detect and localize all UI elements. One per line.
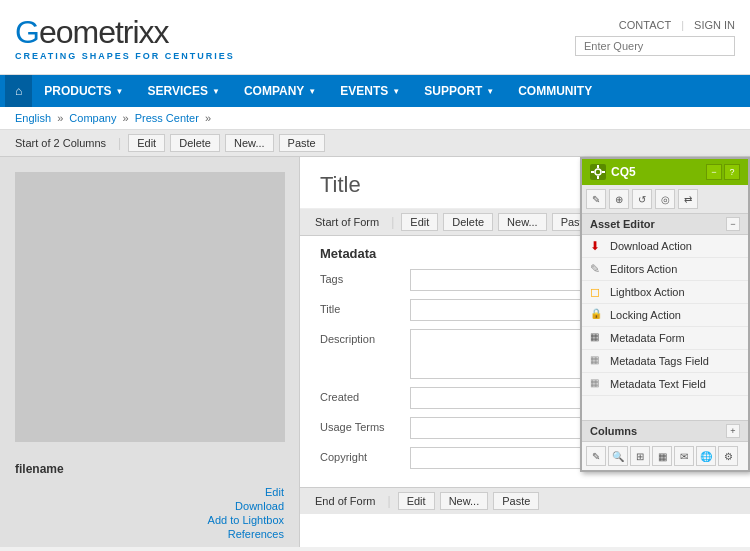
chevron-down-icon: ▼	[116, 87, 124, 96]
list-item[interactable]: ✎ Editors Action	[582, 258, 748, 281]
form-edit-button[interactable]: Edit	[401, 213, 438, 231]
editors-action-icon: ✎	[590, 262, 604, 276]
cq5-items-list: ⬇ Download Action ✎ Editors Action ◻ Lig…	[582, 235, 748, 420]
cq5-toolbar: ✎ ⊕ ↺ ◎ ⇄	[582, 185, 748, 214]
locking-action-icon: 🔒	[590, 308, 604, 322]
header-right: CONTACT | SIGN IN	[575, 19, 735, 56]
nav-community[interactable]: COMMUNITY	[506, 75, 604, 107]
cq5-asset-editor-toggle[interactable]: −	[726, 217, 740, 231]
file-actions: Edit Download Add to Lightbox References	[0, 481, 299, 545]
end-new-button[interactable]: New...	[440, 492, 489, 510]
cq5-asset-editor-header: Asset Editor −	[582, 214, 748, 235]
cq5-bottom-mail-btn[interactable]: ✉	[674, 446, 694, 466]
edit-button[interactable]: Edit	[128, 134, 165, 152]
nav-services[interactable]: SERVICES ▼	[136, 75, 232, 107]
lightbox-action-label: Lightbox Action	[610, 286, 685, 298]
usage-terms-label: Usage Terms	[320, 417, 400, 433]
list-item[interactable]: ▦ Metadata Text Field	[582, 373, 748, 396]
cq5-columns-header: Columns +	[582, 420, 748, 441]
chevron-down-icon: ▼	[308, 87, 316, 96]
metadata-text-icon: ▦	[590, 377, 604, 391]
locking-action-label: Locking Action	[610, 309, 681, 321]
cq5-tool-share[interactable]: ⇄	[678, 189, 698, 209]
cq5-titlebar: CQ5 − ?	[582, 159, 748, 185]
gear-icon	[591, 165, 605, 179]
cq5-bottom-grid-btn[interactable]: ⊞	[630, 446, 650, 466]
svg-point-0	[595, 169, 601, 175]
list-item[interactable]: ▦ Metadata Tags Field	[582, 350, 748, 373]
cq5-minimize-btn[interactable]: −	[706, 164, 722, 180]
cq5-controls: − ?	[706, 164, 740, 180]
description-label: Description	[320, 329, 400, 345]
download-action-icon: ⬇	[590, 239, 604, 253]
new-button[interactable]: New...	[225, 134, 274, 152]
download-action-label: Download Action	[610, 240, 692, 252]
cq5-bottom-settings-btn[interactable]: ⚙	[718, 446, 738, 466]
list-item[interactable]: 🔒 Locking Action	[582, 304, 748, 327]
cq5-bottom-globe-btn[interactable]: 🌐	[696, 446, 716, 466]
metadata-form-icon: ▦	[590, 331, 604, 345]
breadcrumb-english[interactable]: English	[15, 112, 51, 124]
filename-label: filename	[0, 457, 299, 481]
cq5-tool-add[interactable]: ⊕	[609, 189, 629, 209]
nav-support[interactable]: SUPPORT ▼	[412, 75, 506, 107]
cq5-widget: CQ5 − ? ✎ ⊕ ↺ ◎ ⇄ Asset Editor − ⬇ Downl…	[580, 157, 750, 472]
list-item[interactable]: ▦ Metadata Form	[582, 327, 748, 350]
svg-rect-3	[591, 171, 594, 173]
lightbox-action-icon: ◻	[590, 285, 604, 299]
breadcrumb: English » Company » Press Center »	[0, 107, 750, 130]
end-edit-button[interactable]: Edit	[398, 492, 435, 510]
cq5-bottom-edit-btn[interactable]: ✎	[586, 446, 606, 466]
cq5-bottom-toolbar: ✎ 🔍 ⊞ ▦ ✉ 🌐 ⚙	[582, 441, 748, 470]
cq5-help-btn[interactable]: ?	[724, 164, 740, 180]
nav-products[interactable]: PRODUCTS ▼	[32, 75, 135, 107]
image-placeholder	[15, 172, 285, 442]
end-toolbar: End of Form | Edit New... Paste	[300, 487, 750, 514]
metadata-tags-label: Metadata Tags Field	[610, 355, 709, 367]
list-item[interactable]: ⬇ Download Action	[582, 235, 748, 258]
search-input[interactable]	[575, 36, 735, 56]
cq5-tool-edit[interactable]: ✎	[586, 189, 606, 209]
delete-button[interactable]: Delete	[170, 134, 220, 152]
breadcrumb-press-center[interactable]: Press Center	[135, 112, 199, 124]
page-toolbar: Start of 2 Columns | Edit Delete New... …	[0, 130, 750, 157]
end-paste-button[interactable]: Paste	[493, 492, 539, 510]
chevron-down-icon: ▼	[486, 87, 494, 96]
references-link[interactable]: References	[228, 528, 284, 540]
logo: Geometrixx CREATING SHAPES FOR CENTURIES	[15, 14, 235, 61]
svg-rect-4	[602, 171, 605, 173]
nav-bar: ⌂ PRODUCTS ▼ SERVICES ▼ COMPANY ▼ EVENTS…	[0, 75, 750, 107]
signin-link[interactable]: SIGN IN	[694, 19, 735, 31]
created-label: Created	[320, 387, 400, 403]
editors-action-label: Editors Action	[610, 263, 677, 275]
contact-link[interactable]: CONTACT	[619, 19, 671, 31]
metadata-form-label: Metadata Form	[610, 332, 685, 344]
nav-company[interactable]: COMPANY ▼	[232, 75, 328, 107]
edit-link[interactable]: Edit	[265, 486, 284, 498]
cq5-bottom-search-btn[interactable]: 🔍	[608, 446, 628, 466]
cq5-columns-title: Columns	[590, 425, 637, 437]
paste-button[interactable]: Paste	[279, 134, 325, 152]
download-link[interactable]: Download	[235, 500, 284, 512]
cq5-tool-refresh[interactable]: ↺	[632, 189, 652, 209]
left-panel: filename Edit Download Add to Lightbox R…	[0, 157, 300, 547]
form-new-button[interactable]: New...	[498, 213, 547, 231]
cq5-columns-add-btn[interactable]: +	[726, 424, 740, 438]
nav-home[interactable]: ⌂	[5, 75, 32, 107]
list-item[interactable]: ◻ Lightbox Action	[582, 281, 748, 304]
chevron-down-icon: ▼	[392, 87, 400, 96]
breadcrumb-company[interactable]: Company	[69, 112, 116, 124]
chevron-down-icon: ▼	[212, 87, 220, 96]
cq5-title-icon	[590, 164, 606, 180]
nav-events[interactable]: EVENTS ▼	[328, 75, 412, 107]
svg-rect-2	[597, 176, 599, 179]
add-to-lightbox-link[interactable]: Add to Lightbox	[208, 514, 284, 526]
logo-tagline: CREATING SHAPES FOR CENTURIES	[15, 51, 235, 61]
header-links: CONTACT | SIGN IN	[619, 19, 735, 31]
metadata-tags-icon: ▦	[590, 354, 604, 368]
form-delete-button[interactable]: Delete	[443, 213, 493, 231]
cq5-bottom-table-btn[interactable]: ▦	[652, 446, 672, 466]
cq5-tool-target[interactable]: ◎	[655, 189, 675, 209]
end-toolbar-label: End of Form	[315, 495, 376, 507]
tags-label: Tags	[320, 269, 400, 285]
